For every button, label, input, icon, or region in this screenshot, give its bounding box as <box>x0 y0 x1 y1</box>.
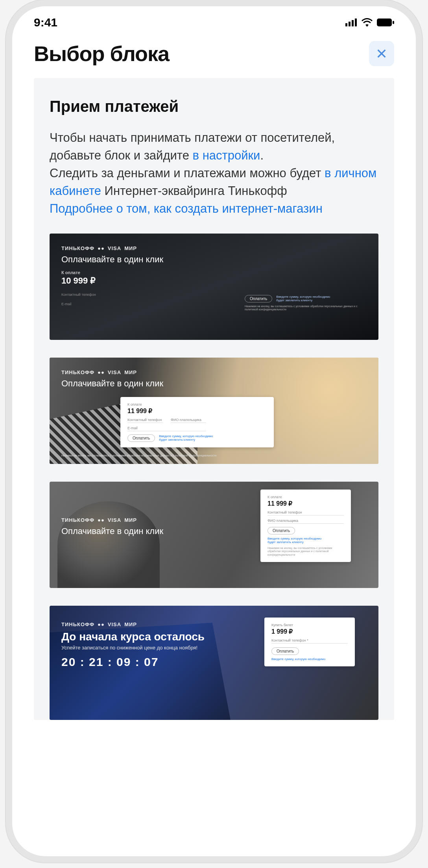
field-fio: ФИО плательщика <box>171 418 206 423</box>
section-title: Прием платежей <box>50 98 378 115</box>
price-value: 11 999 ₽ <box>268 500 344 507</box>
hint-line: будет заплатить клиенту <box>159 438 195 441</box>
hint-line: будет заплатить клиенту <box>276 299 312 302</box>
price-label: К оплате <box>127 402 267 406</box>
price-label: К оплате <box>268 495 344 499</box>
field-label: Контактный телефон <box>61 293 96 297</box>
svg-rect-3 <box>355 19 357 26</box>
logo-tinkoff: ТИНЬКОФФ <box>61 517 94 523</box>
link-learn-more[interactable]: Подробнее о том, как создать интернет-ма… <box>50 202 323 215</box>
payment-logos: ТИНЬКОФФ ●● VISA МИР <box>61 369 367 375</box>
hint-line: Введите сумму, которую необходимо <box>268 537 321 540</box>
hint-line: будет заплатить клиенту <box>268 540 304 544</box>
logo-mir: МИР <box>124 369 137 375</box>
logo-mastercard-icon: ●● <box>98 517 105 523</box>
payment-logos: ТИНЬКОФФ ●● VISA МИР <box>61 245 367 251</box>
pay-button-preview: Оплатить <box>127 434 155 442</box>
pay-button-preview: Оплатить <box>271 647 299 655</box>
intro-text-part: Интернет-эквайринга Тинькофф <box>101 184 287 198</box>
buy-label: Купить билет <box>271 623 348 627</box>
payment-block-template-3[interactable]: ТИНЬКОФФ ●● VISA МИР Оплачивайте в один … <box>50 482 378 588</box>
price-value: 1 999 ₽ <box>271 628 348 635</box>
pay-button-preview: Оплатить <box>268 527 295 534</box>
section-intro: Чтобы начать принимать платежи от посети… <box>50 129 378 218</box>
logo-mastercard-icon: ●● <box>98 369 105 375</box>
wifi-icon <box>361 18 373 27</box>
hint-line: Введите сумму, которую необходимо <box>159 434 213 438</box>
svg-rect-4 <box>377 19 392 26</box>
logo-visa: VISA <box>108 621 121 627</box>
card-heading: Оплачивайте в один клик <box>61 254 367 265</box>
status-time: 9:41 <box>34 16 57 29</box>
disclaimer-text: Нажимая на кнопку, вы соглашаетесь с усл… <box>245 305 363 312</box>
hint-line: Введите сумму, которую необходимо <box>276 295 330 299</box>
status-bar: 9:41 <box>12 6 416 33</box>
hint-line: Введите сумму, которую необходимо <box>271 657 325 661</box>
payment-block-template-4[interactable]: ТИНЬКОФФ ●● VISA МИР До начала курса ост… <box>50 606 378 720</box>
logo-visa: VISA <box>108 517 121 523</box>
pay-button-preview: Оплатить <box>245 295 272 302</box>
intro-text-part: . <box>260 148 264 162</box>
logo-mir: МИР <box>124 517 137 523</box>
disclaimer-text: Нажимая на кнопку, вы соглашаетесь с усл… <box>268 547 344 556</box>
logo-mir: МИР <box>124 621 137 627</box>
payment-block-template-1[interactable]: ТИНЬКОФФ ●● VISA МИР Оплачивайте в один … <box>50 234 378 340</box>
intro-text-part: Следить за деньгами и платежами можно бу… <box>50 166 325 180</box>
svg-rect-1 <box>349 22 351 26</box>
field-label: E-mail <box>61 302 96 306</box>
price-value: 11 999 ₽ <box>127 407 267 415</box>
price-label: К оплате <box>61 270 367 275</box>
logo-mastercard-icon: ●● <box>98 621 105 627</box>
battery-icon <box>377 19 394 26</box>
page-title: Выбор блока <box>34 41 169 66</box>
logo-mastercard-icon: ●● <box>98 245 105 251</box>
price-value: 10 999 ₽ <box>61 276 96 286</box>
logo-tinkoff: ТИНЬКОФФ <box>61 621 94 627</box>
card-heading: Оплачивайте в один клик <box>61 378 367 389</box>
field-phone: Контактный телефон <box>127 418 163 423</box>
field-phone: Контактный телефон <box>268 510 344 516</box>
disclaimer-text: Нажимая на кнопку, вы соглашаетесь с усл… <box>61 454 216 457</box>
link-settings[interactable]: в настройки <box>193 148 260 162</box>
payment-block-template-2[interactable]: ТИНЬКОФФ ●● VISA МИР Оплачивайте в один … <box>50 358 378 464</box>
logo-visa: VISA <box>108 245 121 251</box>
cellular-signal-icon <box>345 19 357 26</box>
svg-rect-5 <box>393 21 394 24</box>
logo-tinkoff: ТИНЬКОФФ <box>61 369 94 375</box>
field-fio: ФИО плательщика <box>268 519 344 524</box>
logo-tinkoff: ТИНЬКОФФ <box>61 245 94 251</box>
close-button[interactable] <box>369 41 394 66</box>
field-email: E-mail <box>127 426 206 431</box>
svg-rect-2 <box>352 20 354 26</box>
logo-visa: VISA <box>108 369 121 375</box>
content-panel: Прием платежей Чтобы начать принимать пл… <box>34 78 394 720</box>
close-icon <box>376 48 387 59</box>
field-phone-required: Контактный телефон * <box>271 638 348 644</box>
svg-rect-0 <box>345 23 347 26</box>
logo-mir: МИР <box>124 245 137 251</box>
